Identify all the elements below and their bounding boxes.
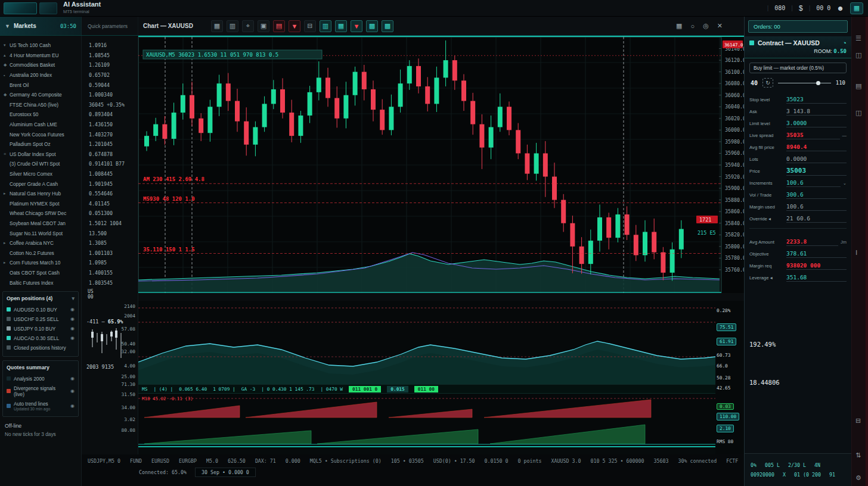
symbol-price[interactable]: 0.051300 (82, 208, 138, 219)
status-item[interactable]: 35603 (653, 458, 668, 464)
market-watch-row[interactable]: Wheat Chicago SRW Dec (0, 208, 81, 219)
symbol-price[interactable]: 1.0985 (82, 258, 138, 268)
symbol-price[interactable]: 1.201045 (82, 139, 138, 149)
market-watch-row[interactable]: Oats CBOT Spot Cash (0, 268, 81, 278)
green-histogram-panel[interactable] (138, 420, 715, 446)
market-watch-row[interactable]: Palladium Spot Oz (0, 139, 81, 149)
market-watch-row[interactable]: Soybean Meal CBOT Jan (0, 219, 81, 229)
layers-icon[interactable]: ▤ (855, 82, 861, 90)
visibility-eye-icon[interactable]: ◉ (70, 335, 75, 341)
minimize-icon[interactable]: ○ (691, 23, 695, 30)
session-box[interactable]: 30 Sep • 0.000 0 (195, 468, 256, 477)
status-item[interactable]: DAX: 71 (255, 458, 276, 464)
market-watch-row[interactable]: ▾US Tech 100 Cash (0, 40, 81, 51)
symbol-name[interactable]: Contract — XAUUSD (758, 39, 820, 46)
market-watch-row[interactable]: ▪Australia 200 Index (0, 70, 81, 80)
visibility-eye-icon[interactable]: ◉ (70, 326, 75, 331)
status-item[interactable]: FUND (130, 458, 142, 464)
position-item[interactable]: USDJPY 0.10 BUY◉ (5, 324, 76, 334)
visibility-eye-icon[interactable]: ◉ (70, 316, 75, 322)
field-value[interactable]: 100.6 (786, 179, 841, 187)
field-value[interactable]: 35003 (786, 167, 847, 176)
field-value[interactable]: 35023 (786, 96, 847, 104)
symbol-price[interactable]: 0.914101 B77 (82, 159, 138, 169)
market-watch-row[interactable]: FTSE China A50 (live) (0, 100, 81, 110)
market-watch-row[interactable]: New York Cocoa Futures (0, 129, 81, 139)
field-value[interactable]: 35035 (786, 132, 840, 139)
spread-panel[interactable] (138, 301, 715, 329)
main-chart[interactable]: AM 230 415 2.69 4.8M5930 48 120 1.035.11… (138, 36, 744, 293)
indicator-panels[interactable]: MS| (4) |0.065 6.401 0709 |GA -3| 0 0.43… (138, 301, 744, 454)
symbol-price[interactable]: 1.901945 (82, 179, 138, 189)
symbol-price[interactable]: 4.01145 (82, 199, 138, 209)
symbol-price[interactable]: 1.26109 (82, 60, 138, 70)
market-watch-row[interactable]: Brent Oil (0, 80, 81, 90)
status-item[interactable]: FCTF (726, 458, 738, 464)
field-value[interactable]: 8940.4 (786, 144, 847, 151)
order-type-select[interactable]: Buy limit — market order (0.5%) (749, 63, 847, 73)
field-value[interactable]: 0.0000 (786, 155, 847, 163)
crosshair-icon[interactable]: ⌖ (242, 20, 254, 32)
status-item[interactable]: 010 5 325 • 600000 (591, 458, 644, 464)
status-item[interactable]: EURUSD (151, 458, 169, 464)
signal-item[interactable]: Analysis 2000◉ (5, 374, 76, 384)
status-item[interactable]: USDJPY,M5 0 (88, 458, 120, 464)
status-item[interactable]: 30% connected (678, 458, 717, 464)
object-list-icon[interactable]: ⊟ (304, 20, 316, 32)
new-order-icon[interactable]: ▤ (273, 20, 285, 32)
dollar-icon[interactable]: $ (799, 4, 803, 13)
position-item[interactable]: AUDCAD 0.30 SELL◉ (5, 334, 76, 343)
restore-icon[interactable]: ◎ (703, 22, 709, 30)
symbol-price[interactable]: 1.08545 (82, 51, 138, 61)
refresh-icon[interactable]: ↻ (762, 78, 773, 88)
list-icon[interactable]: ☰ (855, 35, 861, 42)
indicators-a-icon[interactable]: ▥ (320, 20, 331, 32)
market-watch-row[interactable]: ▸Natural Gas Henry Hub (0, 189, 81, 199)
quick-parameters-label[interactable]: Quick parameters (82, 17, 138, 35)
position-item[interactable]: AUDUSD 0.10 BUY◉ (5, 305, 76, 314)
symbol-price[interactable]: 0.674878 (82, 149, 138, 160)
signal-item[interactable]: Divergence signals (live)◉ (5, 384, 76, 399)
market-watch-row[interactable]: Aluminium Cash LME (0, 120, 81, 130)
symbol-price[interactable]: 1.400155 (82, 268, 138, 278)
swap-icon[interactable]: ⇅ (855, 451, 861, 459)
red-histogram-panel[interactable] (138, 394, 715, 420)
templates-icon[interactable]: ▣ (258, 20, 269, 32)
chart-type-icon[interactable]: ▥ (227, 20, 238, 32)
market-watch-row[interactable]: ▸Coffee Arabica NYC (0, 238, 81, 248)
symbol-price[interactable]: 1.3085 (82, 238, 138, 248)
market-watch-row[interactable]: ◆Germany 40 Composite (0, 90, 81, 100)
info-circle-icon[interactable]: ◔ (842, 39, 847, 46)
market-watch-row[interactable]: (3) Crude Oil WTI Spot (0, 159, 81, 169)
market-watch-row[interactable]: ≡US Dollar Index Spot (0, 149, 81, 160)
pattern-a-icon[interactable]: ▩ (366, 20, 378, 32)
candlestick-canvas[interactable]: AM 230 415 2.69 4.8M5930 48 120 1.035.11… (138, 37, 744, 293)
status-item[interactable]: MQL5 • Subscriptions (0) (310, 458, 382, 464)
status-item[interactable]: 105 • 03505 (391, 458, 424, 464)
settings-gear-icon[interactable]: ⚙ (855, 474, 861, 482)
symbol-price[interactable]: 1.0916 (82, 40, 138, 51)
stack-icon[interactable]: ⊟ (855, 417, 861, 425)
symbol-price[interactable]: 0.893404 (82, 110, 138, 120)
field-value[interactable]: 378.61 (786, 250, 847, 258)
volume-slider[interactable] (778, 80, 831, 86)
status-item[interactable]: XAUUSD 3.0 (551, 458, 581, 464)
indicators-b-icon[interactable]: ▦ (335, 20, 347, 32)
visibility-eye-icon[interactable]: ◉ (70, 376, 75, 381)
orders-header[interactable]: Orders: 00 (748, 20, 848, 33)
symbol-price[interactable]: 36045 +0.35% (82, 100, 138, 110)
closed-positions-link[interactable]: Closed positions history (5, 343, 76, 353)
symbol-price[interactable]: 0.65702 (82, 70, 138, 80)
market-watch-row[interactable]: ◆Commodities Basket (0, 60, 81, 70)
collapse-caret-icon[interactable]: ▾ (72, 295, 75, 301)
symbol-price[interactable]: 1.008445 (82, 169, 138, 179)
position-item[interactable]: USDCHF 0.25 SELL◉ (5, 314, 76, 324)
field-value[interactable]: 100.6 (786, 203, 847, 211)
status-item[interactable]: 0.0150 0 (485, 458, 509, 464)
layout-grid-icon[interactable]: ▦ (211, 20, 223, 32)
market-watch-row[interactable]: Eurostoxx 50 (0, 110, 81, 120)
pattern-b-icon[interactable]: ▩ (382, 20, 393, 32)
qty-value[interactable]: 40 (751, 80, 758, 86)
status-item[interactable]: 0.000 (286, 458, 300, 464)
field-value[interactable]: 300.6 (786, 191, 847, 199)
